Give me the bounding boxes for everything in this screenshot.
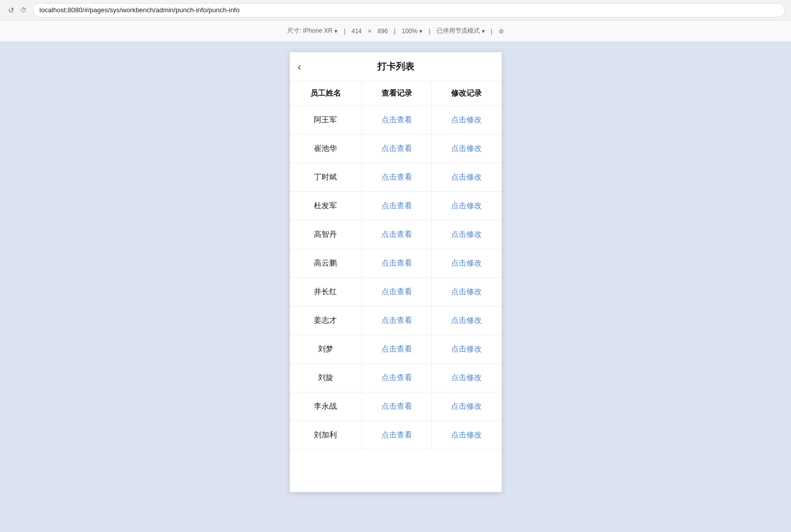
employee-name: 高智丹 <box>290 220 362 249</box>
viewport-height: 896 <box>378 28 388 35</box>
table-row: 高智丹点击查看点击修改 <box>290 220 502 249</box>
table-row: 崔池华点击查看点击修改 <box>290 135 502 163</box>
table-row: 阿王军点击查看点击修改 <box>290 106 502 135</box>
chevron-down-icon: ▾ <box>419 28 422 35</box>
throttle-selector[interactable]: 已停用节流模式 ▾ <box>437 27 485 35</box>
edit-record-link[interactable]: 点击修改 <box>432 135 502 163</box>
table-row: 丁时斌点击查看点击修改 <box>290 163 502 192</box>
view-record-link[interactable]: 点击查看 <box>361 306 432 335</box>
employee-name: 姜志才 <box>290 306 362 335</box>
employee-name: 刘旋 <box>290 364 362 392</box>
table-row: 杜发军点击查看点击修改 <box>290 192 502 220</box>
employee-name: 阿王军 <box>290 106 362 135</box>
page-header: ‹ 打卡列表 <box>290 52 502 81</box>
view-record-link[interactable]: 点击查看 <box>361 163 432 192</box>
table-body: 阿王军点击查看点击修改崔池华点击查看点击修改丁时斌点击查看点击修改杜发军点击查看… <box>290 106 502 450</box>
zoom-label: 100% <box>402 28 418 35</box>
edit-record-link[interactable]: 点击修改 <box>432 163 502 192</box>
zoom-selector[interactable]: 100% ▾ <box>402 28 423 35</box>
employee-name: 丁时斌 <box>290 163 362 192</box>
view-record-link[interactable]: 点击查看 <box>361 335 432 364</box>
table-row: 李永战点击查看点击修改 <box>290 392 502 421</box>
table-row: 井长红点击查看点击修改 <box>290 278 502 306</box>
viewport-width: 414 <box>352 28 362 35</box>
rotate-icon[interactable]: ⊘ <box>499 28 504 35</box>
back-button[interactable]: ‹ <box>298 61 302 73</box>
table-row: 刘梦点击查看点击修改 <box>290 335 502 364</box>
view-record-link[interactable]: 点击查看 <box>361 421 432 450</box>
employee-name: 井长红 <box>290 278 362 306</box>
edit-record-link[interactable]: 点击修改 <box>432 220 502 249</box>
table-row: 刘旋点击查看点击修改 <box>290 364 502 392</box>
edit-record-link[interactable]: 点击修改 <box>432 306 502 335</box>
view-record-link[interactable]: 点击查看 <box>361 106 432 135</box>
device-size-label: 尺寸: iPhone XR <box>287 27 332 35</box>
table-row: 姜志才点击查看点击修改 <box>290 306 502 335</box>
view-record-link[interactable]: 点击查看 <box>361 192 432 220</box>
reload-button[interactable]: ↺ <box>6 5 16 15</box>
table-header: 员工姓名 查看记录 修改记录 <box>290 81 502 106</box>
main-content: ‹ 打卡列表 员工姓名 查看记录 修改记录 阿王军点击查看点击修改崔池华点击查看… <box>0 42 791 514</box>
employee-name: 杜发军 <box>290 192 362 220</box>
view-record-link[interactable]: 点击查看 <box>361 135 432 163</box>
col-header-name: 员工姓名 <box>290 81 362 106</box>
punch-table: 员工姓名 查看记录 修改记录 阿王军点击查看点击修改崔池华点击查看点击修改丁时斌… <box>290 81 502 450</box>
employee-name: 刘梦 <box>290 335 362 364</box>
view-record-link[interactable]: 点击查看 <box>361 220 432 249</box>
view-record-link[interactable]: 点击查看 <box>361 249 432 278</box>
col-header-view: 查看记录 <box>361 81 432 106</box>
employee-name: 李永战 <box>290 392 362 421</box>
browser-nav-controls: ↺ <box>6 5 16 15</box>
throttle-label: 已停用节流模式 <box>437 27 480 35</box>
edit-record-link[interactable]: 点击修改 <box>432 106 502 135</box>
chevron-down-icon: ▾ <box>482 28 485 35</box>
device-size-selector[interactable]: 尺寸: iPhone XR ▾ <box>287 27 337 35</box>
col-header-edit: 修改记录 <box>432 81 502 106</box>
browser-chrome: ↺ ⏱ localhost:8080/#/pages/sys/workbench… <box>0 0 791 20</box>
employee-name: 刘加利 <box>290 421 362 450</box>
url-text: localhost:8080/#/pages/sys/workbench/adm… <box>39 6 240 14</box>
dimension-x: × <box>368 28 372 35</box>
view-record-link[interactable]: 点击查看 <box>361 364 432 392</box>
edit-record-link[interactable]: 点击修改 <box>432 335 502 364</box>
employee-name: 高云鹏 <box>290 249 362 278</box>
view-record-link[interactable]: 点击查看 <box>361 278 432 306</box>
page-title: 打卡列表 <box>377 60 414 73</box>
edit-record-link[interactable]: 点击修改 <box>432 249 502 278</box>
edit-record-link[interactable]: 点击修改 <box>432 192 502 220</box>
clock-icon: ⏱ <box>20 7 27 14</box>
edit-record-link[interactable]: 点击修改 <box>432 392 502 421</box>
table-row: 刘加利点击查看点击修改 <box>290 421 502 450</box>
device-toolbar: 尺寸: iPhone XR ▾ | 414 × 896 | 100% ▾ | 已… <box>0 20 791 42</box>
view-record-link[interactable]: 点击查看 <box>361 392 432 421</box>
edit-record-link[interactable]: 点击修改 <box>432 364 502 392</box>
edit-record-link[interactable]: 点击修改 <box>432 278 502 306</box>
employee-name: 崔池华 <box>290 135 362 163</box>
chevron-down-icon: ▾ <box>334 28 337 35</box>
edit-record-link[interactable]: 点击修改 <box>432 421 502 450</box>
phone-simulator: ‹ 打卡列表 员工姓名 查看记录 修改记录 阿王军点击查看点击修改崔池华点击查看… <box>290 52 502 492</box>
address-bar[interactable]: localhost:8080/#/pages/sys/workbench/adm… <box>33 3 785 17</box>
table-row: 高云鹏点击查看点击修改 <box>290 249 502 278</box>
